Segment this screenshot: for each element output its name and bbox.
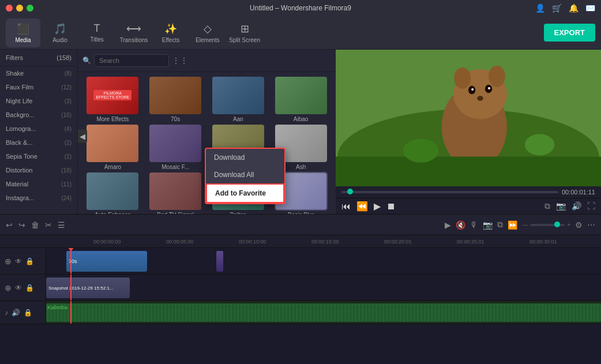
filter-item-aan[interactable]: Aan bbox=[208, 77, 269, 122]
filter-overlay-clip[interactable] bbox=[216, 251, 223, 272]
toolbar: ⬛ Media 🎵 Audio T Titles ⟷ Transitions ✨… bbox=[0, 16, 601, 50]
sidebar-item-blackwhite[interactable]: Black &... (2) bbox=[0, 136, 77, 149]
cart-icon[interactable]: 🛒 bbox=[552, 3, 562, 13]
sidebar-item-fauxfilm-count: (12) bbox=[61, 84, 72, 91]
zoom-slider[interactable] bbox=[530, 224, 565, 226]
speed-button[interactable]: ⏩ bbox=[508, 220, 517, 230]
snapshot-eye-icon[interactable]: 👁 bbox=[15, 284, 22, 292]
export-button[interactable]: EXPORT bbox=[544, 24, 595, 42]
playhead-triangle bbox=[67, 248, 74, 252]
eye-icon[interactable]: 👁 bbox=[15, 257, 22, 265]
audio-button[interactable]: 🎵 Audio bbox=[43, 18, 77, 47]
context-menu-download-all[interactable]: Download All bbox=[206, 166, 284, 183]
filter-label-auto-enhance: Auto Enhance bbox=[95, 212, 131, 214]
grid-icon[interactable]: ⋮⋮ bbox=[172, 56, 188, 65]
snapshot-clip[interactable]: Snapshot 2019-12-29 15:52:1... bbox=[46, 277, 130, 298]
scissors-button[interactable]: ✂ bbox=[45, 220, 52, 230]
audio-note-icon[interactable]: ♪ bbox=[5, 309, 8, 317]
filter-item-bad-tv[interactable]: Bad TV Signal bbox=[145, 172, 206, 214]
snapshot-icon[interactable]: 📷 bbox=[556, 201, 566, 211]
mute-button[interactable]: 🔇 bbox=[456, 220, 465, 230]
video-track-content[interactable]: 70s bbox=[46, 248, 601, 274]
account-icon[interactable]: 👤 bbox=[535, 3, 545, 13]
filter-item-mosaic[interactable]: Mosaic F... bbox=[145, 125, 206, 170]
context-menu-download[interactable]: Download bbox=[206, 149, 284, 166]
sidebar: Filters (158) Shake (8) Faux Film (12) N… bbox=[0, 50, 78, 214]
timeline-right-controls: ▶ 🔇 🎙 📷 ⧉ ⏩ — + ⚙ ⋯ bbox=[445, 220, 595, 230]
undo-button[interactable]: ↩ bbox=[6, 220, 13, 230]
trash-button[interactable]: 🗑 bbox=[31, 220, 39, 230]
message-icon[interactable]: ✉️ bbox=[585, 3, 595, 13]
titles-label: Titles bbox=[90, 36, 104, 43]
snapshot-track-button[interactable]: 📷 bbox=[483, 220, 493, 230]
close-button[interactable] bbox=[6, 5, 13, 12]
video-playhead bbox=[70, 248, 72, 274]
sidebar-item-blackwhite-count: (2) bbox=[65, 140, 72, 146]
step-back-button[interactable]: ⏪ bbox=[356, 201, 368, 212]
sidebar-item-fauxfilm[interactable]: Faux Film (12) bbox=[0, 80, 77, 94]
filter-thumb-mosaic bbox=[149, 125, 201, 162]
sidebar-item-shake[interactable]: Shake (8) bbox=[0, 66, 77, 80]
add-snapshot-icon[interactable]: ⊕ bbox=[5, 283, 12, 292]
sidebar-item-lomography[interactable]: Lomogra... (4) bbox=[0, 122, 77, 136]
filter-item-70s[interactable]: 70s bbox=[145, 77, 206, 122]
filter-item-aibao[interactable]: Aibao bbox=[271, 77, 331, 122]
fullscreen-icon[interactable]: ⛶ bbox=[587, 201, 595, 211]
zoom-plus-icon[interactable]: + bbox=[567, 222, 570, 228]
skip-back-button[interactable]: ⏮ bbox=[341, 201, 351, 212]
volume-icon[interactable]: 🔊 bbox=[572, 201, 581, 211]
menu-button[interactable]: ☰ bbox=[58, 220, 65, 230]
sidebar-item-instagram-label: Instagra... bbox=[6, 194, 34, 201]
search-input[interactable] bbox=[94, 54, 169, 67]
snapshot-lock-icon[interactable]: 🔒 bbox=[25, 284, 34, 292]
filter-item-auto-enhance[interactable]: Auto Enhance bbox=[82, 172, 143, 214]
filter-thumb-aibao bbox=[275, 77, 327, 114]
pip-button[interactable]: ⧉ bbox=[497, 220, 503, 230]
lock-icon[interactable]: 🔒 bbox=[25, 257, 34, 265]
media-button[interactable]: ⬛ Media bbox=[6, 18, 40, 47]
app-title: Untitled – Wondershare Filmora9 bbox=[250, 4, 351, 12]
video-clip-70s[interactable]: 70s bbox=[66, 251, 147, 272]
filter-label-70s: 70s bbox=[171, 116, 180, 122]
snapshot-track-content[interactable]: Snapshot 2019-12-29 15:52:1... bbox=[46, 275, 601, 301]
stop-button[interactable]: ⏹ bbox=[386, 201, 396, 212]
elements-button[interactable]: ◇ Elements bbox=[190, 18, 225, 47]
more-options-button[interactable]: ⋯ bbox=[587, 220, 595, 230]
effects-button[interactable]: ✨ Effects bbox=[153, 18, 188, 47]
record-button[interactable]: 🎙 bbox=[470, 220, 478, 230]
notification-icon[interactable]: 🔔 bbox=[569, 3, 579, 13]
context-menu-add-favorite[interactable]: Add to Favorite bbox=[206, 183, 284, 203]
maximize-button[interactable] bbox=[27, 5, 33, 12]
minimize-button[interactable] bbox=[16, 5, 23, 12]
effects-label: Effects bbox=[162, 37, 179, 43]
audio-lock-icon[interactable]: 🔒 bbox=[24, 309, 32, 317]
play-track-button[interactable]: ▶ bbox=[445, 220, 451, 230]
collapse-sidebar-button[interactable]: ◀ bbox=[78, 130, 87, 143]
split-screen-button[interactable]: ⊞ Split Screen bbox=[227, 18, 262, 47]
titles-button[interactable]: T Titles bbox=[80, 18, 114, 47]
sidebar-item-instagram[interactable]: Instagra... (24) bbox=[0, 191, 77, 205]
preview-panel: 00:00:01:11 ⏮ ⏪ ▶ ⏹ ⧉ 📷 🔊 ⛶ bbox=[336, 50, 601, 214]
filter-label-baltan: Baltan bbox=[230, 212, 246, 214]
sidebar-item-background-count: (16) bbox=[61, 112, 72, 118]
sidebar-item-nightlife-count: (3) bbox=[65, 98, 72, 104]
preview-timeline-bar[interactable] bbox=[341, 191, 558, 193]
add-track-icon[interactable]: ⊕ bbox=[5, 257, 12, 266]
sidebar-item-nightlife[interactable]: Night Life (3) bbox=[0, 94, 77, 108]
play-button[interactable]: ▶ bbox=[374, 201, 381, 212]
filter-item-more-effects[interactable]: FILMORAEFFECTS STORE More Effects bbox=[82, 77, 143, 122]
audio-track-content[interactable]: Kalimba bbox=[46, 301, 601, 324]
transitions-button[interactable]: ⟷ Transitions bbox=[117, 18, 151, 47]
sidebar-item-sepiatone[interactable]: Sepia Tone (2) bbox=[0, 149, 77, 163]
picture-in-picture-icon[interactable]: ⧉ bbox=[544, 201, 550, 211]
settings-button[interactable]: ⚙ bbox=[575, 220, 583, 230]
redo-button[interactable]: ↪ bbox=[18, 220, 25, 230]
zoom-minus-icon[interactable]: — bbox=[522, 222, 528, 228]
filter-item-amaro[interactable]: Amaro bbox=[82, 125, 143, 170]
sidebar-item-material[interactable]: Material (11) bbox=[0, 177, 77, 191]
sidebar-item-background[interactable]: Backgro... (16) bbox=[0, 108, 77, 122]
sidebar-item-distortion[interactable]: Distortion (18) bbox=[0, 163, 77, 177]
sidebar-item-shake-count: (8) bbox=[65, 70, 72, 77]
audio-waveform bbox=[46, 303, 601, 322]
audio-volume-icon[interactable]: 🔊 bbox=[12, 309, 20, 317]
